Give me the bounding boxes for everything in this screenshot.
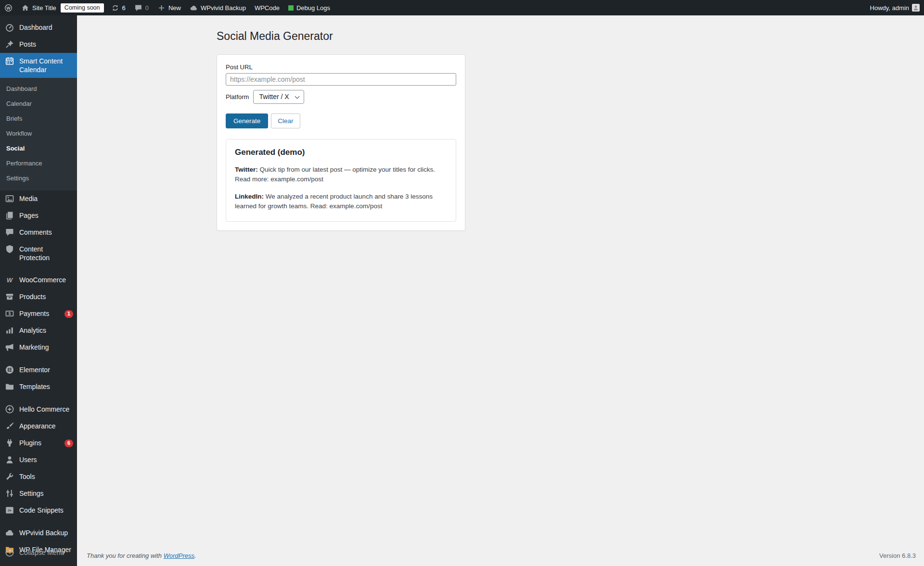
media-icon (5, 194, 14, 203)
sidebar-item-products[interactable]: Products (0, 289, 77, 305)
main-content: Social Media Generator Post URL Platform… (77, 15, 924, 566)
wordpress-logo[interactable]: W (0, 0, 17, 15)
new-label: New (168, 4, 181, 12)
sidebar-item-smart-content-calendar[interactable]: Smart Content Calendar (0, 53, 77, 78)
update-count: 6 (122, 4, 126, 12)
pushpin-icon (5, 39, 14, 49)
home-icon (21, 4, 29, 12)
site-title-label: Site Title (32, 4, 56, 12)
menu-separator (0, 519, 77, 525)
sidebar-item-templates[interactable]: Templates (0, 378, 77, 395)
generated-title: Generated (demo) (235, 148, 447, 157)
comments-link[interactable]: 0 (130, 0, 153, 15)
cloud-icon (190, 4, 198, 12)
sidebar-item-label: Code Snippets (19, 506, 73, 515)
sidebar-item-label: Smart Content Calendar (19, 57, 73, 74)
sidebar-item-label: Posts (19, 40, 73, 49)
sidebar-item-label: Content Protection (19, 245, 73, 262)
coming-soon-badge[interactable]: Coming soon (61, 3, 104, 13)
sidebar-item-marketing[interactable]: Marketing (0, 339, 77, 356)
wpcode-label: WPCode (255, 4, 280, 12)
generated-linkedin-line: LinkedIn: We analyzed a recent product l… (235, 192, 447, 212)
sidebar-item-analytics[interactable]: Analytics (0, 322, 77, 339)
svg-text:$: $ (8, 311, 11, 316)
admin-menu: DashboardPostsSmart Content CalendarDash… (0, 15, 77, 566)
update-icon (111, 4, 119, 12)
wpvivid-label: WPvivid Backup (201, 4, 246, 12)
generated-results-card: Generated (demo) Twitter: Quick tip from… (226, 139, 456, 222)
twitter-prefix: Twitter: (235, 166, 258, 173)
sidebar-item-woocommerce[interactable]: WWooCommerce (0, 272, 77, 289)
sidebar-item-label: Products (19, 292, 73, 301)
dashboard-icon (5, 23, 14, 32)
svg-text:W: W (6, 5, 11, 10)
sidebar-subitem-social[interactable]: Social (0, 141, 77, 156)
platform-select-wrap: Twitter / X (253, 90, 304, 104)
sidebar-subitem-settings[interactable]: Settings (0, 171, 77, 186)
sidebar-item-plugins[interactable]: Plugins6 (0, 435, 77, 452)
sidebar-subitem-calendar[interactable]: Calendar (0, 96, 77, 111)
collapse-icon (5, 548, 14, 557)
howdy-account-link[interactable]: Howdy, admin (866, 0, 924, 15)
collapse-menu-button[interactable]: Collapse Menu (0, 544, 77, 561)
sidebar-item-posts[interactable]: Posts (0, 36, 77, 53)
menu-separator (0, 356, 77, 362)
sidebar-item-settings[interactable]: Settings (0, 485, 77, 502)
sidebar-item-comments[interactable]: Comments (0, 224, 77, 241)
sidebar-subitem-performance[interactable]: Performance (0, 156, 77, 171)
platform-label: Platform (226, 93, 249, 101)
clear-button[interactable]: Clear (271, 113, 300, 128)
generator-card: Post URL Platform Twitter / X Generate C… (217, 54, 465, 231)
sidebar-subitem-workflow[interactable]: Workflow (0, 126, 77, 141)
debug-logs-link[interactable]: Debug Logs (284, 0, 334, 15)
sidebar-subitem-briefs[interactable]: Briefs (0, 111, 77, 126)
generate-button[interactable]: Generate (226, 113, 268, 128)
sidebar-item-label: Dashboard (19, 23, 73, 32)
plus-icon (157, 4, 166, 12)
updates-link[interactable]: 6 (107, 0, 130, 15)
sidebar-item-payments[interactable]: $Payments1 (0, 305, 77, 322)
sidebar-item-label: Comments (19, 228, 73, 237)
page-title: Social Media Generator (217, 30, 924, 43)
shield-icon (5, 244, 14, 254)
sidebar-item-users[interactable]: Users (0, 452, 77, 468)
sidebar-item-label: Marketing (19, 343, 73, 352)
sidebar-item-code-snippets[interactable]: />Code Snippets (0, 502, 77, 519)
comment-count: 0 (145, 4, 149, 12)
sidebar-item-wpvivid-backup[interactable]: WPvivid Backup (0, 525, 77, 541)
sidebar-item-media[interactable]: Media (0, 190, 77, 207)
calendar-icon (5, 56, 14, 66)
comment-bubble-icon (134, 4, 142, 12)
new-content-link[interactable]: New (153, 0, 185, 15)
platform-select[interactable]: Twitter / X (253, 90, 304, 104)
plug-icon (5, 438, 14, 448)
sidebar-item-elementor[interactable]: Elementor (0, 362, 77, 378)
sidebar-item-label: Elementor (19, 365, 73, 374)
footer-thanks-suffix: . (194, 552, 196, 559)
sidebar-item-label: Settings (19, 489, 73, 498)
wpcode-link[interactable]: WPCode (250, 0, 284, 15)
sidebar-subitem-dashboard[interactable]: Dashboard (0, 81, 77, 96)
sidebar-item-hello-commerce[interactable]: Hello Commerce (0, 401, 77, 418)
sliders-icon (5, 489, 14, 498)
howdy-label: Howdy, admin (870, 4, 909, 12)
sidebar-item-label: Media (19, 194, 73, 203)
sidebar-item-dashboard[interactable]: Dashboard (0, 19, 77, 36)
sidebar-item-tools[interactable]: Tools (0, 468, 77, 485)
menu-separator (0, 395, 77, 401)
brush-icon (5, 421, 14, 431)
post-url-input[interactable] (226, 73, 456, 86)
admin-bar: W Site Title Coming soon 6 0 New WPvi (0, 0, 924, 15)
user-icon (5, 455, 14, 465)
cloud-icon (5, 528, 14, 538)
sidebar-item-pages[interactable]: Pages (0, 207, 77, 224)
sidebar-item-appearance[interactable]: Appearance (0, 418, 77, 435)
pages-icon (5, 211, 14, 220)
wordpress-footer-link[interactable]: WordPress (164, 552, 194, 559)
count-badge: 1 (64, 310, 73, 318)
wpvivid-backup-link[interactable]: WPvivid Backup (185, 0, 250, 15)
sidebar-item-label: Appearance (19, 422, 73, 430)
sidebar-item-content-protection[interactable]: Content Protection (0, 241, 77, 266)
site-title-link[interactable]: Site Title (17, 0, 61, 15)
products-icon (5, 292, 14, 302)
